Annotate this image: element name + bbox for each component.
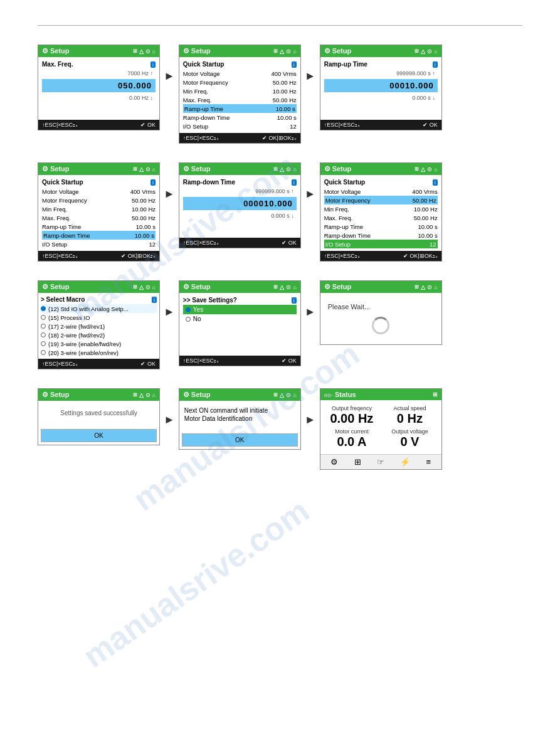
status-footer: ⚙⊞☞⚡≡ — [320, 454, 441, 469]
param-row[interactable]: Min Freq.10.00 Hz — [42, 204, 156, 213]
gear-icon: ⚙ — [183, 47, 189, 55]
save-option[interactable]: No — [183, 314, 297, 324]
param-row[interactable]: Max. Freq.50.00 Hz — [324, 213, 438, 222]
param-row[interactable]: I/O Setup12 — [324, 240, 438, 248]
status-cell: Actual speed0 Hz — [382, 405, 438, 426]
param-row[interactable]: Ramp-up Time10.00 s — [183, 104, 297, 113]
ok-button[interactable]: OK — [41, 429, 157, 442]
param-row[interactable]: Motor Frequency50.00 Hz — [324, 196, 438, 204]
device-screen: ⚙Setup⊞△⊙⌂>> Save Settings?iYesNo↑ESC|×E… — [179, 280, 301, 366]
param-row[interactable]: Motor Frequency50.00 Hz — [42, 196, 156, 204]
param-label: Motor Voltage — [324, 188, 361, 195]
footer-esc-label[interactable]: ↑ESC|×ESC₂ₓ — [42, 253, 78, 259]
param-row[interactable]: Ramp-down Time10.00 s — [324, 231, 438, 240]
warning-icon: △ — [280, 166, 284, 172]
param-value: 10.00 s — [418, 223, 437, 230]
param-row[interactable]: Motor Frequency50.00 Hz — [183, 78, 297, 87]
param-value: 10.00 Hz — [273, 88, 297, 95]
footer-ok-label[interactable]: ✔ OK — [423, 122, 438, 128]
screen-footer: ↑ESC|×ESC₂ₓ✔ OK — [38, 359, 159, 369]
home-icon: ⌂ — [152, 392, 156, 398]
header-icons: ⊞△⊙⌂ — [133, 166, 156, 172]
home-icon: ⌂ — [152, 284, 156, 290]
radio-circle — [186, 317, 191, 322]
arrow-right-icon: ► — [305, 305, 316, 319]
footer-ok-label[interactable]: ✔ OK|⊞OK₂ₓ — [121, 253, 156, 259]
param-row[interactable]: Motor Voltage400 Vrms — [324, 187, 438, 196]
param-row[interactable]: Min Freq.10.00 Hz — [183, 87, 297, 95]
menu-icon[interactable]: ≡ — [426, 457, 431, 467]
bolt-icon[interactable]: ⚡ — [400, 457, 410, 467]
param-row[interactable]: I/O Setup12 — [42, 240, 156, 248]
gear-icon: ⚙ — [183, 391, 189, 398]
footer-ok-label[interactable]: ✔ OK — [140, 361, 156, 367]
device-screen: ⚙Setup⊞△⊙⌂> Select Macroi(12) Std IO wit… — [38, 280, 160, 369]
radio-item[interactable]: (12) Std IO with Analog Setp... — [41, 304, 157, 313]
screen-header: ⚙Setup⊞△⊙⌂ — [38, 45, 159, 57]
screen-row: ⚙Setup⊞△⊙⌂Quick StartupiMotor Voltage400… — [38, 162, 522, 262]
param-row[interactable]: I/O Setup12 — [183, 122, 297, 130]
numeric-input[interactable]: 00010.000 — [324, 79, 438, 92]
ok-button[interactable]: OK — [182, 433, 298, 447]
screen-footer: ↑ESC|×ESC₂ₓ✔ OK — [38, 120, 159, 130]
footer-ok-label[interactable]: ✔ OK — [282, 240, 297, 246]
param-value: 12 — [430, 241, 436, 248]
gear-icon: ⚙ — [324, 47, 330, 55]
radio-circle — [186, 307, 191, 312]
radio-item[interactable]: (15) Process IO — [41, 313, 157, 322]
param-row[interactable]: Min Freq.10.00 Hz — [324, 204, 438, 213]
footer-esc-label[interactable]: ↑ESC|×ESC₂ₓ — [42, 361, 78, 367]
gear-icon: ⚙ — [324, 165, 330, 172]
hand-icon[interactable]: ☞ — [377, 457, 384, 467]
param-row[interactable]: Ramp-down Time10.00 s — [183, 113, 297, 122]
grid-icon[interactable]: ⊞ — [354, 457, 361, 467]
radio-item[interactable]: (20) 3-wire (enable/on/rev) — [41, 348, 157, 357]
param-value: 10.00 s — [135, 232, 154, 239]
param-row[interactable]: Ramp-down Time10.00 s — [42, 231, 156, 240]
radio-item[interactable]: (19) 3-wire (enable/fwd/rev) — [41, 339, 157, 348]
footer-esc-label[interactable]: ↑ESC|×ESC₂ₓ — [324, 122, 360, 128]
warning-icon: △ — [280, 392, 284, 398]
header-icons: ⊞ — [433, 391, 438, 398]
footer-ok-label[interactable]: ✔ OK — [282, 358, 297, 364]
numeric-input[interactable]: 000010.000 — [183, 197, 297, 210]
screen-title: ⚙Setup — [42, 283, 70, 291]
param-row[interactable]: Motor Voltage400 Vrms — [42, 187, 156, 196]
info-badge: i — [151, 61, 156, 68]
param-value: 50.00 Hz — [132, 197, 156, 204]
footer-esc-label[interactable]: ↑ESC|×ESC₂ₓ — [183, 358, 219, 364]
param-label: Min Freq. — [183, 88, 208, 95]
radio-item[interactable]: (18) 2-wire (fwd/rev2) — [41, 331, 157, 339]
screen-header: ⚙Setup⊞△⊙⌂ — [320, 281, 441, 293]
device-screen: ⚙Setup⊞△⊙⌂Quick StartupiMotor Voltage400… — [179, 45, 301, 144]
radio-item[interactable]: (17) 2-wire (fwd/rev1) — [41, 322, 157, 331]
screen-title: oo◦ Status — [324, 391, 356, 398]
footer-esc-label[interactable]: ↑ESC|×ESC₂ₓ — [183, 135, 219, 141]
screen-header: oo◦ Status⊞ — [320, 389, 441, 400]
sub-header-label: Max. Freq. — [42, 61, 73, 68]
param-value: 10.00 s — [276, 105, 295, 112]
footer-esc-label[interactable]: ↑ESC|×ESC₂ₓ — [183, 240, 219, 246]
gear-icon: ⚙ — [42, 165, 48, 172]
param-row[interactable]: Ramp-up Time10.00 s — [324, 222, 438, 231]
save-option[interactable]: Yes — [183, 305, 297, 314]
param-row[interactable]: Ramp-up Time10.00 s — [42, 222, 156, 231]
footer-ok-label[interactable]: ✔ OK|⊞OK₂ₓ — [403, 253, 438, 259]
numeric-input[interactable]: 050.000 — [42, 79, 156, 92]
screen-wrapper: oo◦ Status⊞Output freqency0.00 HzActual … — [320, 388, 442, 470]
footer-esc-label[interactable]: ↑ESC|×ESC₂ₓ — [324, 253, 360, 259]
gear-icon[interactable]: ⚙ — [330, 457, 338, 467]
param-row[interactable]: Motor Voltage400 Vrms — [183, 69, 297, 78]
copy-icon: ⊞ — [415, 48, 419, 55]
footer-ok-label[interactable]: ✔ OK — [140, 122, 156, 128]
footer-ok-label[interactable]: ✔ OK|⊞OK₂ₓ — [262, 135, 297, 141]
param-value: 10.00 Hz — [132, 206, 156, 213]
param-value: 10.00 Hz — [414, 206, 438, 213]
param-row[interactable]: Max. Freq.50.00 Hz — [183, 95, 297, 104]
screen-wrapper: ⚙Setup⊞△⊙⌂Quick StartupiMotor Voltage400… — [38, 162, 160, 262]
footer-esc-label[interactable]: ↑ESC|×ESC₂ₓ — [42, 122, 78, 128]
status-value: 0 Hz — [382, 411, 438, 426]
screen-title: ⚙Setup — [183, 283, 211, 291]
param-row[interactable]: Max. Freq.50.00 Hz — [42, 213, 156, 222]
lock-icon: ⊙ — [145, 48, 151, 55]
